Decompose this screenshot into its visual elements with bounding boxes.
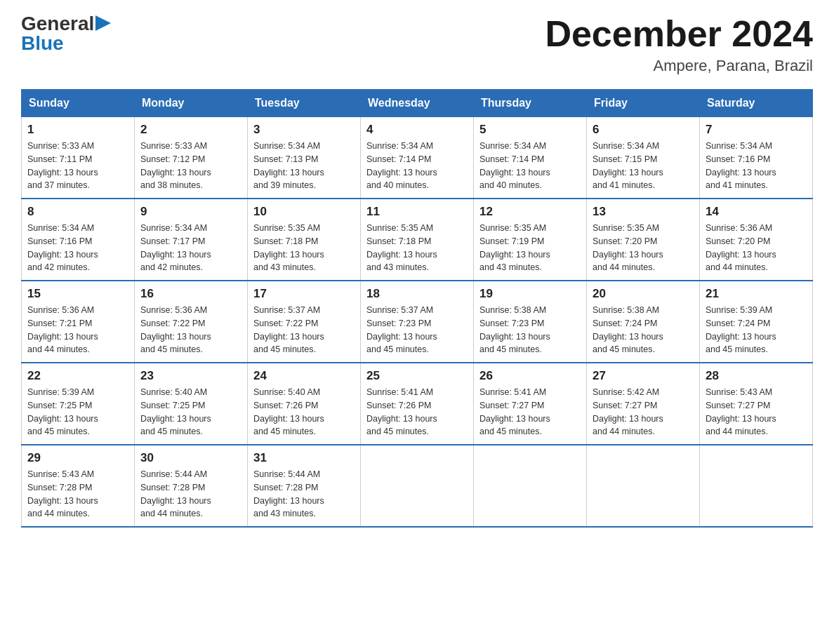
day-cell: 20Sunrise: 5:38 AMSunset: 7:24 PMDayligh… [587, 281, 700, 363]
calendar-table: SundayMondayTuesdayWednesdayThursdayFrid… [21, 89, 813, 528]
header-thursday: Thursday [474, 90, 587, 117]
day-cell: 4Sunrise: 5:34 AMSunset: 7:14 PMDaylight… [361, 117, 474, 199]
day-info: Sunrise: 5:38 AMSunset: 7:24 PMDaylight:… [593, 304, 694, 356]
day-number: 5 [479, 123, 581, 137]
day-cell: 28Sunrise: 5:43 AMSunset: 7:27 PMDayligh… [700, 363, 813, 445]
day-info: Sunrise: 5:36 AMSunset: 7:22 PMDaylight:… [140, 304, 241, 356]
day-number: 29 [27, 451, 128, 465]
day-cell: 5Sunrise: 5:34 AMSunset: 7:14 PMDaylight… [474, 117, 587, 199]
calendar-header: SundayMondayTuesdayWednesdayThursdayFrid… [22, 90, 813, 117]
day-info: Sunrise: 5:34 AMSunset: 7:14 PMDaylight:… [366, 140, 468, 192]
day-info: Sunrise: 5:38 AMSunset: 7:23 PMDaylight:… [479, 304, 581, 356]
day-cell: 22Sunrise: 5:39 AMSunset: 7:25 PMDayligh… [22, 363, 135, 445]
day-cell: 23Sunrise: 5:40 AMSunset: 7:25 PMDayligh… [135, 363, 248, 445]
day-cell: 8Sunrise: 5:34 AMSunset: 7:16 PMDaylight… [22, 199, 135, 281]
day-info: Sunrise: 5:35 AMSunset: 7:19 PMDaylight:… [479, 222, 581, 274]
day-number: 7 [706, 123, 807, 137]
header-row: SundayMondayTuesdayWednesdayThursdayFrid… [22, 90, 813, 117]
day-cell: 21Sunrise: 5:39 AMSunset: 7:24 PMDayligh… [700, 281, 813, 363]
day-number: 20 [593, 287, 694, 301]
day-number: 6 [593, 123, 694, 137]
day-info: Sunrise: 5:44 AMSunset: 7:28 PMDaylight:… [140, 468, 241, 521]
day-cell: 13Sunrise: 5:35 AMSunset: 7:20 PMDayligh… [587, 199, 700, 281]
header-friday: Friday [587, 90, 700, 117]
day-cell: 11Sunrise: 5:35 AMSunset: 7:18 PMDayligh… [361, 199, 474, 281]
day-info: Sunrise: 5:34 AMSunset: 7:16 PMDaylight:… [27, 222, 128, 274]
day-cell: 15Sunrise: 5:36 AMSunset: 7:21 PMDayligh… [22, 281, 135, 363]
header-tuesday: Tuesday [248, 90, 361, 117]
day-number: 30 [140, 451, 241, 465]
day-number: 2 [140, 123, 241, 137]
day-number: 21 [706, 287, 807, 301]
header-saturday: Saturday [700, 90, 813, 117]
page-header: General Blue December 2024 Ampere, Paran… [21, 14, 813, 75]
svg-marker-0 [95, 15, 111, 31]
header-wednesday: Wednesday [361, 90, 474, 117]
day-info: Sunrise: 5:39 AMSunset: 7:25 PMDaylight:… [27, 386, 128, 438]
day-info: Sunrise: 5:41 AMSunset: 7:26 PMDaylight:… [366, 386, 468, 438]
day-cell: 25Sunrise: 5:41 AMSunset: 7:26 PMDayligh… [361, 363, 474, 445]
day-cell: 30Sunrise: 5:44 AMSunset: 7:28 PMDayligh… [135, 445, 248, 527]
day-cell: 7Sunrise: 5:34 AMSunset: 7:16 PMDaylight… [700, 117, 813, 199]
header-monday: Monday [135, 90, 248, 117]
day-number: 26 [479, 369, 581, 383]
logo-triangle-icon [95, 15, 111, 31]
day-number: 15 [27, 287, 128, 301]
week-row-5: 29Sunrise: 5:43 AMSunset: 7:28 PMDayligh… [22, 445, 813, 527]
day-number: 1 [27, 123, 128, 137]
day-cell [587, 445, 700, 527]
week-row-1: 1Sunrise: 5:33 AMSunset: 7:11 PMDaylight… [22, 117, 813, 199]
day-number: 14 [706, 205, 807, 219]
day-number: 11 [366, 205, 468, 219]
day-info: Sunrise: 5:40 AMSunset: 7:25 PMDaylight:… [140, 386, 241, 438]
day-info: Sunrise: 5:43 AMSunset: 7:28 PMDaylight:… [27, 468, 128, 521]
day-number: 31 [253, 451, 355, 465]
day-info: Sunrise: 5:44 AMSunset: 7:28 PMDaylight:… [253, 468, 355, 521]
logo: General Blue [21, 14, 111, 53]
week-row-3: 15Sunrise: 5:36 AMSunset: 7:21 PMDayligh… [22, 281, 813, 363]
day-number: 18 [366, 287, 468, 301]
day-cell: 14Sunrise: 5:36 AMSunset: 7:20 PMDayligh… [700, 199, 813, 281]
day-cell: 18Sunrise: 5:37 AMSunset: 7:23 PMDayligh… [361, 281, 474, 363]
calendar-body: 1Sunrise: 5:33 AMSunset: 7:11 PMDaylight… [22, 117, 813, 528]
calendar-subtitle: Ampere, Parana, Brazil [545, 57, 813, 75]
day-cell: 3Sunrise: 5:34 AMSunset: 7:13 PMDaylight… [248, 117, 361, 199]
day-number: 23 [140, 369, 241, 383]
day-cell: 1Sunrise: 5:33 AMSunset: 7:11 PMDaylight… [22, 117, 135, 199]
day-number: 24 [253, 369, 355, 383]
week-row-4: 22Sunrise: 5:39 AMSunset: 7:25 PMDayligh… [22, 363, 813, 445]
day-cell: 10Sunrise: 5:35 AMSunset: 7:18 PMDayligh… [248, 199, 361, 281]
logo-blue: Blue [21, 34, 64, 53]
day-cell [361, 445, 474, 527]
day-info: Sunrise: 5:34 AMSunset: 7:14 PMDaylight:… [479, 140, 581, 192]
day-info: Sunrise: 5:33 AMSunset: 7:11 PMDaylight:… [27, 140, 128, 192]
day-number: 27 [593, 369, 694, 383]
day-cell: 24Sunrise: 5:40 AMSunset: 7:26 PMDayligh… [248, 363, 361, 445]
day-number: 25 [366, 369, 468, 383]
title-area: December 2024 Ampere, Parana, Brazil [545, 14, 813, 75]
day-info: Sunrise: 5:43 AMSunset: 7:27 PMDaylight:… [706, 386, 807, 438]
day-info: Sunrise: 5:42 AMSunset: 7:27 PMDaylight:… [593, 386, 694, 438]
day-number: 19 [479, 287, 581, 301]
day-cell: 19Sunrise: 5:38 AMSunset: 7:23 PMDayligh… [474, 281, 587, 363]
header-sunday: Sunday [22, 90, 135, 117]
day-info: Sunrise: 5:40 AMSunset: 7:26 PMDaylight:… [253, 386, 355, 438]
day-cell [474, 445, 587, 527]
day-info: Sunrise: 5:37 AMSunset: 7:23 PMDaylight:… [366, 304, 468, 356]
day-info: Sunrise: 5:36 AMSunset: 7:20 PMDaylight:… [706, 222, 807, 274]
day-number: 22 [27, 369, 128, 383]
day-cell: 29Sunrise: 5:43 AMSunset: 7:28 PMDayligh… [22, 445, 135, 527]
day-info: Sunrise: 5:33 AMSunset: 7:12 PMDaylight:… [140, 140, 241, 192]
week-row-2: 8Sunrise: 5:34 AMSunset: 7:16 PMDaylight… [22, 199, 813, 281]
day-info: Sunrise: 5:35 AMSunset: 7:18 PMDaylight:… [366, 222, 468, 274]
day-cell: 26Sunrise: 5:41 AMSunset: 7:27 PMDayligh… [474, 363, 587, 445]
day-info: Sunrise: 5:36 AMSunset: 7:21 PMDaylight:… [27, 304, 128, 356]
day-number: 10 [253, 205, 355, 219]
day-number: 4 [366, 123, 468, 137]
day-number: 3 [253, 123, 355, 137]
day-info: Sunrise: 5:41 AMSunset: 7:27 PMDaylight:… [479, 386, 581, 438]
day-number: 16 [140, 287, 241, 301]
day-info: Sunrise: 5:35 AMSunset: 7:20 PMDaylight:… [593, 222, 694, 274]
day-cell: 16Sunrise: 5:36 AMSunset: 7:22 PMDayligh… [135, 281, 248, 363]
day-cell: 6Sunrise: 5:34 AMSunset: 7:15 PMDaylight… [587, 117, 700, 199]
